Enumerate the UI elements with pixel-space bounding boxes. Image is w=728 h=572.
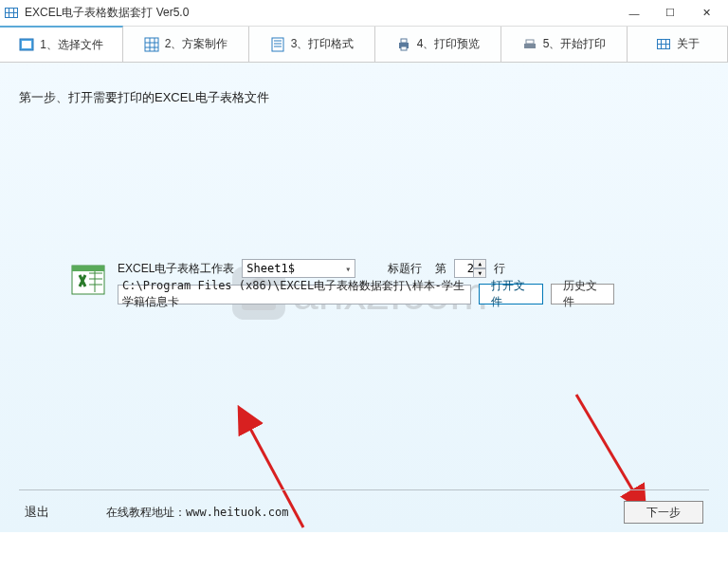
content-area: 第一步、打开需要打印的EXCEL电子表格文件 anxz.com EXCEL电子表…	[0, 63, 728, 532]
maximize-button[interactable]: ☐	[652, 3, 688, 24]
path-value: C:\Program Files (x86)\EXCEL电子表格数据套打\样本-…	[122, 278, 466, 310]
svg-rect-1	[22, 41, 31, 48]
tab-label: 3、打印格式	[291, 36, 355, 52]
svg-rect-15	[526, 40, 534, 44]
spin-buttons[interactable]: ▲▼	[473, 259, 486, 278]
svg-rect-7	[272, 38, 283, 51]
svg-rect-17	[72, 266, 104, 271]
minimize-button[interactable]: —	[616, 3, 652, 24]
spin-up-icon[interactable]: ▲	[473, 259, 486, 268]
window-title: EXCEL电子表格数据套打 Ver5.0	[25, 5, 616, 21]
tab-print-format[interactable]: 3、打印格式	[249, 27, 375, 62]
worksheet-label: EXCEL电子表格工作表	[118, 261, 234, 277]
tab-label: 4、打印预览	[417, 36, 481, 52]
footer: 退出 在线教程地址：www.heituok.com 下一步	[0, 498, 728, 526]
start-print-icon	[522, 37, 537, 52]
sheet-value: Sheet1$	[246, 262, 295, 275]
app-icon	[4, 6, 19, 21]
history-file-label: 历史文件	[563, 278, 602, 310]
select-file-icon	[19, 37, 34, 52]
row-suffix: 行	[494, 261, 505, 277]
next-label: 下一步	[646, 505, 681, 521]
title-row-label: 标题行	[388, 261, 422, 277]
open-file-label: 打开文件	[491, 278, 530, 310]
spin-down-icon[interactable]: ▼	[473, 268, 486, 278]
format-icon	[270, 37, 285, 52]
footer-separator	[19, 489, 709, 490]
svg-rect-12	[401, 39, 407, 43]
row-prefix: 第	[435, 261, 446, 277]
annotation-arrow-2	[567, 385, 652, 511]
scheme-icon	[144, 37, 159, 52]
svg-rect-2	[145, 38, 158, 51]
close-button[interactable]: ✕	[688, 3, 724, 24]
tab-label: 关于	[677, 36, 700, 52]
open-file-button[interactable]: 打开文件	[479, 284, 542, 304]
history-file-button[interactable]: 历史文件	[551, 284, 614, 304]
tab-scheme[interactable]: 2、方案制作	[123, 27, 249, 62]
row-number-input[interactable]: 2 ▲▼	[454, 259, 486, 278]
exit-button[interactable]: 退出	[25, 504, 49, 521]
file-path-input[interactable]: C:\Program Files (x86)\EXCEL电子表格数据套打\样本-…	[118, 285, 471, 304]
sheet-select[interactable]: Sheet1$	[242, 259, 355, 278]
tab-label: 2、方案制作	[165, 36, 228, 52]
step-title: 第一步、打开需要打印的EXCEL电子表格文件	[19, 89, 269, 106]
tab-label: 5、开始打印	[543, 36, 607, 52]
toolbar: 1、选择文件 2、方案制作 3、打印格式 4、打印预览 5、开始打印 关于	[0, 27, 728, 63]
path-row: C:\Program Files (x86)\EXCEL电子表格数据套打\样本-…	[118, 283, 614, 305]
excel-icon	[70, 262, 106, 298]
printer-icon	[396, 37, 411, 52]
worksheet-row: EXCEL电子表格工作表 Sheet1$ 标题行 第 2 ▲▼ 行	[118, 258, 505, 279]
next-button[interactable]: 下一步	[624, 501, 703, 524]
window-controls: — ☐ ✕	[616, 3, 724, 24]
svg-rect-14	[524, 44, 536, 48]
tab-label: 1、选择文件	[40, 37, 103, 53]
titlebar: EXCEL电子表格数据套打 Ver5.0 — ☐ ✕	[0, 0, 728, 27]
tab-about[interactable]: 关于	[628, 27, 728, 62]
tab-start-print[interactable]: 5、开始打印	[501, 27, 628, 62]
tab-select-file[interactable]: 1、选择文件	[0, 26, 123, 62]
svg-line-23	[576, 395, 635, 494]
svg-rect-13	[401, 46, 407, 50]
tutorial-link[interactable]: 在线教程地址：www.heituok.com	[106, 505, 288, 521]
tab-print-preview[interactable]: 4、打印预览	[375, 27, 501, 62]
about-icon	[656, 37, 671, 52]
